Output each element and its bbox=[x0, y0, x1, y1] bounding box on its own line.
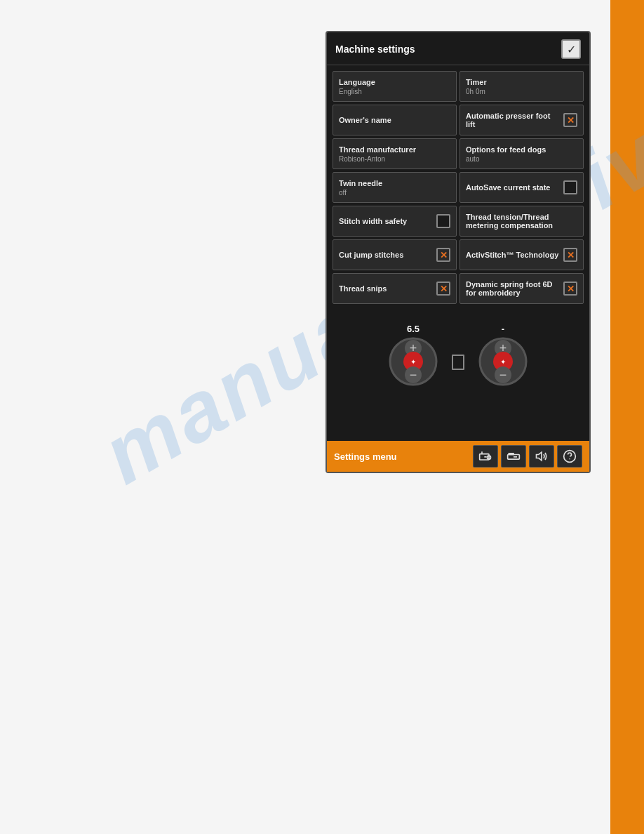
automatic-presser-foot-checkbox[interactable] bbox=[563, 113, 577, 127]
language-setting[interactable]: Language English bbox=[333, 71, 457, 102]
bottom-toolbar: Settings menu bbox=[327, 441, 589, 472]
confirm-button[interactable]: ✓ bbox=[561, 39, 581, 59]
autosave-checkbox[interactable] bbox=[563, 180, 577, 194]
automatic-presser-foot-label: Automatic presser foot lift bbox=[466, 112, 561, 128]
thread-manufacturer-value: Robison-Anton bbox=[339, 155, 450, 163]
owners-name-label: Owner's name bbox=[339, 116, 450, 124]
options-feed-dogs-label: Options for feed dogs bbox=[466, 145, 577, 154]
svg-marker-9 bbox=[537, 452, 542, 461]
right-sidebar bbox=[610, 0, 644, 834]
middle-indicator bbox=[452, 355, 464, 370]
thread-tension-label: Thread tension/Thread metering compensat… bbox=[466, 213, 577, 230]
language-value: English bbox=[339, 88, 450, 95]
cut-jump-stitches-label: Cut jump stitches bbox=[339, 251, 403, 259]
twin-needle-label: Twin needle bbox=[339, 179, 450, 187]
autosave-label: AutoSave current state bbox=[466, 183, 550, 192]
right-control-value: - bbox=[502, 324, 504, 334]
cut-jump-stitches-checkbox[interactable] bbox=[436, 248, 450, 262]
thread-snips-setting[interactable]: Thread snips bbox=[333, 273, 457, 304]
left-minus-button[interactable]: − bbox=[405, 366, 422, 383]
dynamic-spring-foot-setting[interactable]: Dynamic spring foot 6D for embroidery bbox=[459, 273, 584, 304]
stitch-safety-checkbox[interactable] bbox=[436, 214, 450, 228]
owners-name-setting[interactable]: Owner's name bbox=[333, 105, 457, 135]
dynamic-spring-foot-label: Dynamic spring foot 6D for embroidery bbox=[466, 280, 561, 297]
thread-manufacturer-setting[interactable]: Thread manufacturer Robison-Anton bbox=[333, 138, 457, 169]
options-feed-dogs-setting[interactable]: Options for feed dogs auto bbox=[459, 138, 584, 169]
automatic-presser-foot-setting[interactable]: Automatic presser foot lift bbox=[459, 105, 584, 135]
activstitch-label: ActivStitch™ Technology bbox=[466, 251, 558, 259]
help-icon bbox=[563, 449, 577, 463]
right-control-group: - + ✦ − bbox=[478, 324, 528, 386]
stitch-safety-setting[interactable]: Stitch width safety bbox=[333, 206, 457, 237]
toolbar-buttons bbox=[473, 445, 582, 468]
machine-settings-panel: Machine settings ✓ Language English Time… bbox=[326, 31, 591, 473]
flat-bed-button[interactable] bbox=[501, 445, 526, 468]
sound-icon bbox=[535, 449, 549, 463]
timer-label: Timer bbox=[466, 78, 577, 86]
autosave-setting[interactable]: AutoSave current state bbox=[459, 172, 584, 203]
activstitch-checkbox[interactable] bbox=[563, 248, 577, 262]
thread-snips-checkbox[interactable] bbox=[436, 282, 450, 296]
options-feed-dogs-value: auto bbox=[466, 155, 577, 163]
cut-jump-stitches-setting[interactable]: Cut jump stitches bbox=[333, 239, 457, 270]
help-button[interactable] bbox=[557, 445, 582, 468]
thread-tension-setting[interactable]: Thread tension/Thread metering compensat… bbox=[459, 206, 584, 237]
panel-header: Machine settings ✓ bbox=[327, 32, 589, 65]
language-label: Language bbox=[339, 78, 450, 86]
left-control-value: 6.5 bbox=[407, 324, 420, 334]
panel-title: Machine settings bbox=[335, 44, 415, 55]
thread-manufacturer-label: Thread manufacturer bbox=[339, 145, 450, 154]
sewing-machine-button[interactable] bbox=[473, 445, 498, 468]
stitch-safety-label: Stitch width safety bbox=[339, 217, 407, 225]
timer-setting[interactable]: Timer 0h 0m bbox=[459, 71, 584, 102]
settings-grid: Language English Timer 0h 0m Owner's nam… bbox=[327, 65, 589, 310]
twin-needle-setting[interactable]: Twin needle off bbox=[333, 172, 457, 203]
settings-menu-label: Settings menu bbox=[334, 451, 397, 462]
sound-button[interactable] bbox=[529, 445, 554, 468]
controls-area: 6.5 + ✦ − bbox=[327, 310, 589, 393]
right-minus-button[interactable]: − bbox=[495, 366, 511, 383]
left-control-group: 6.5 + ✦ − bbox=[389, 324, 438, 386]
thread-snips-label: Thread snips bbox=[339, 284, 387, 293]
timer-value: 0h 0m bbox=[466, 88, 577, 95]
middle-rect bbox=[452, 355, 464, 370]
sewing-machine-icon bbox=[478, 449, 492, 463]
svg-rect-7 bbox=[509, 454, 514, 455]
twin-needle-value: off bbox=[339, 189, 450, 197]
activstitch-setting[interactable]: ActivStitch™ Technology bbox=[459, 239, 584, 270]
flat-bed-icon bbox=[507, 449, 521, 463]
dynamic-spring-foot-checkbox[interactable] bbox=[563, 282, 577, 296]
